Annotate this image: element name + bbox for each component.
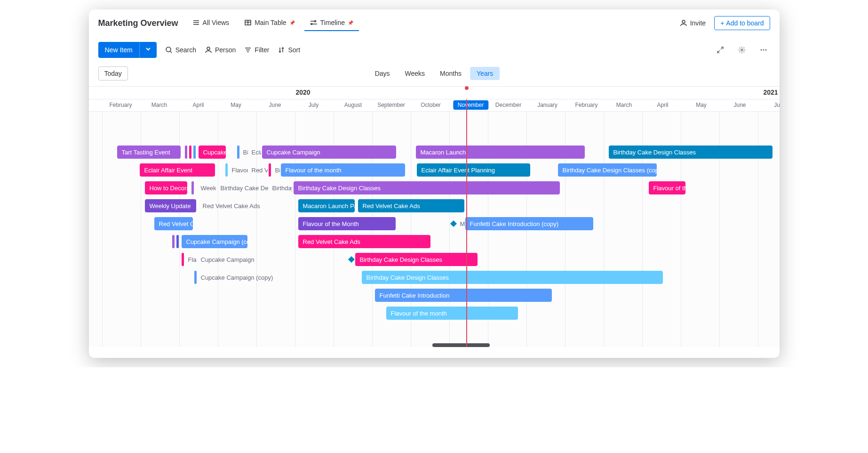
timeline-bar-overflow-label[interactable]: Ma	[457, 217, 465, 230]
timeline-grid[interactable]: Tart Tasting EventCupcakeBirEclaiCupcake…	[89, 112, 780, 347]
timeline-bar[interactable]: Red Velvet Ca	[154, 217, 193, 230]
month-label[interactable]: December	[495, 102, 521, 108]
timeline-bar[interactable]: Birthday Cake Design Classes	[294, 181, 560, 194]
month-label[interactable]: January	[537, 102, 557, 108]
timeline-bar[interactable]: Weekly Update	[145, 199, 196, 212]
timeline-bar[interactable]: Flavour of the Month	[298, 217, 396, 230]
timeline-bar-overflow-label[interactable]: Flav	[185, 253, 197, 266]
new-item-label[interactable]: New Item	[98, 43, 139, 57]
timeline-bar-overflow-label[interactable]: Birthday	[270, 181, 292, 194]
expand-icon	[717, 46, 724, 54]
timeline-bar[interactable]: Birthday Cake Design Classes	[362, 271, 663, 284]
timeline-bar-overflow-label[interactable]: Birthday Cake Desig	[218, 181, 269, 194]
invite-button[interactable]: Invite	[675, 16, 710, 30]
timeline-bar-overflow-label[interactable]: Red Velvet Cake Ads	[200, 199, 265, 212]
timeline-bar[interactable]: Red Velvet Cake Ads	[298, 235, 430, 248]
filter-button[interactable]: Filter	[244, 46, 269, 54]
more-button[interactable]	[757, 43, 770, 57]
timeline-bar-collapsed[interactable]	[237, 146, 239, 159]
search-label: Search	[175, 46, 196, 54]
timeline-bar[interactable]: Funfetti Cake Introduction	[375, 289, 552, 302]
month-label[interactable]: May	[231, 102, 241, 108]
month-label[interactable]: August	[344, 102, 362, 108]
timeline-bar-overflow-label[interactable]: Red Ve	[249, 163, 268, 177]
timeline-bar-overflow-label[interactable]: Bir	[240, 146, 248, 159]
month-label[interactable]: November	[453, 100, 488, 110]
toolbar: New Item Search Person Filter Sort	[89, 37, 780, 63]
add-to-board-button[interactable]: + Add to board	[714, 16, 770, 30]
month-label[interactable]: Ju	[774, 102, 779, 108]
timeline-bar[interactable]: Birthday Cake Design Classes	[355, 253, 478, 266]
timeline-bar-overflow-label[interactable]: Bir	[272, 163, 280, 177]
month-label[interactable]: February	[109, 102, 132, 108]
timeline-bar-overflow-label[interactable]: Cupcake Campaign	[198, 253, 259, 266]
timeline-bar[interactable]: Flavour of the month	[386, 307, 518, 320]
timeline-bar[interactable]: Red Velvet Cake Ads	[358, 199, 464, 212]
view-all-views[interactable]: All Views	[187, 15, 235, 31]
new-item-button[interactable]: New Item	[98, 42, 157, 58]
svg-point-13	[207, 47, 210, 50]
view-timeline[interactable]: Timeline 📌	[304, 15, 359, 31]
timeline-bar-collapsed[interactable]	[191, 181, 194, 194]
zoom-years[interactable]: Years	[470, 67, 500, 80]
month-label[interactable]: October	[421, 102, 441, 108]
timeline-bar-collapsed[interactable]	[185, 146, 187, 159]
milestone-diamond[interactable]	[450, 220, 456, 227]
timeline-bar[interactable]: Macaron Launch Pa	[298, 199, 355, 212]
timeline-bar-overflow-label[interactable]: Cupcake Campaign (copy)	[198, 271, 273, 284]
timeline-bar-overflow-label[interactable]: Flavou	[229, 163, 248, 177]
timeline-bar-collapsed[interactable]	[182, 253, 184, 266]
search-button[interactable]: Search	[165, 46, 196, 54]
month-label[interactable]: March	[151, 102, 167, 108]
board-title[interactable]: Marketing Overview	[98, 18, 178, 28]
zoom-weeks[interactable]: Weeks	[398, 67, 432, 80]
month-label[interactable]: June	[733, 102, 746, 108]
month-label[interactable]: July	[309, 102, 319, 108]
timeline-bar[interactable]: Birthday Cake Design Classes	[609, 146, 772, 159]
today-button[interactable]: Today	[98, 66, 128, 81]
timeline-bar[interactable]: Cupcake	[199, 146, 226, 159]
month-label[interactable]: April	[657, 102, 668, 108]
timeline-bar[interactable]: Cupcake Campaign	[262, 146, 396, 159]
timeline-bar-collapsed[interactable]	[225, 163, 228, 177]
scroll-thumb[interactable]	[432, 343, 490, 347]
month-label[interactable]: September	[377, 102, 405, 108]
month-label[interactable]: April	[192, 102, 204, 108]
grid-line	[604, 112, 604, 347]
timeline-bar[interactable]: Tart Tasting Event	[117, 146, 181, 159]
timeline-bar-collapsed[interactable]	[172, 235, 175, 248]
fullscreen-button[interactable]	[714, 43, 727, 57]
plus-icon: +	[720, 19, 724, 27]
zoom-months[interactable]: Months	[433, 67, 468, 80]
timeline-bar[interactable]: Flavour of the month	[281, 163, 405, 177]
timeline-bar[interactable]: Eclair Affair Event	[140, 163, 215, 177]
timeline-bar[interactable]: Cupcake Campaign (copy	[182, 235, 247, 248]
timeline-bar-collapsed[interactable]	[193, 146, 196, 159]
timeline-bar-overflow-label[interactable]: Eclai	[249, 146, 261, 159]
month-label[interactable]: February	[575, 102, 597, 108]
month-label[interactable]: June	[269, 102, 281, 108]
timeline-bar[interactable]: Funfetti Cake Introduction (copy)	[465, 217, 593, 230]
timeline-bar-collapsed[interactable]	[189, 146, 191, 159]
search-icon	[165, 46, 173, 54]
pin-icon: 📌	[289, 20, 295, 25]
svg-point-22	[765, 49, 766, 51]
new-item-dropdown[interactable]	[139, 42, 157, 58]
zoom-days[interactable]: Days	[368, 67, 397, 80]
timeline-bar-collapsed[interactable]	[269, 163, 271, 177]
settings-button[interactable]	[735, 43, 749, 57]
sort-button[interactable]: Sort	[278, 46, 300, 54]
timeline-bar[interactable]: Flavour of the	[649, 181, 685, 194]
timeline-bar[interactable]: How to Decora	[145, 181, 187, 194]
month-label[interactable]: May	[696, 102, 707, 108]
timeline-bar[interactable]: Macaron Launch	[416, 146, 585, 159]
milestone-diamond[interactable]	[348, 256, 354, 263]
timeline-bar-overflow-label[interactable]: Weekl	[198, 181, 216, 194]
view-main-table[interactable]: Main Table 📌	[239, 15, 300, 31]
month-label[interactable]: March	[616, 102, 632, 108]
timeline-bar[interactable]: Eclair Affair Event Planning	[417, 163, 530, 177]
person-filter-button[interactable]: Person	[205, 46, 236, 54]
timeline-bar-collapsed[interactable]	[194, 271, 197, 284]
timeline-bar[interactable]: Birthday Cake Design Classes (copy)	[558, 163, 657, 177]
timeline-bar-collapsed[interactable]	[176, 235, 179, 248]
